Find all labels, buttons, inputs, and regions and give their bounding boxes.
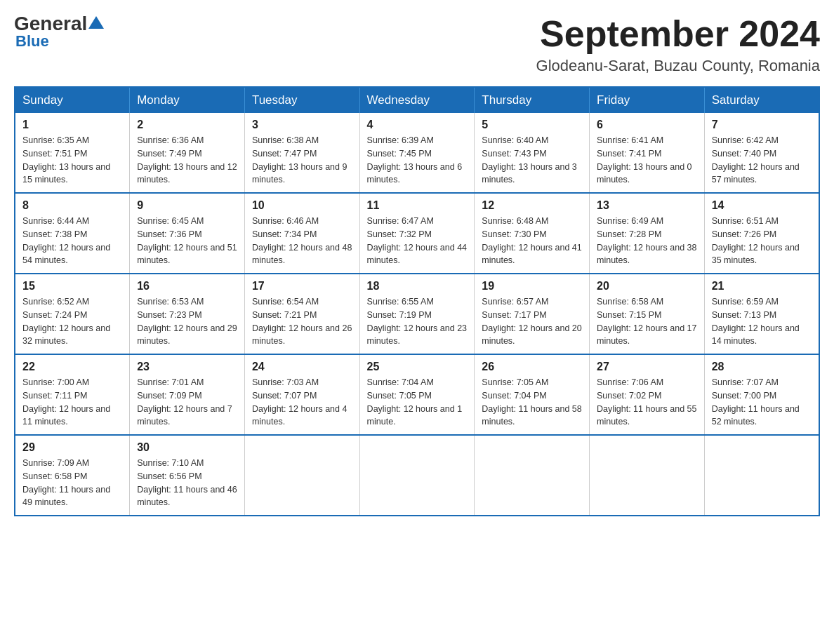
table-row: 29Sunrise: 7:09 AMSunset: 6:58 PMDayligh… bbox=[15, 435, 130, 516]
table-row: 22Sunrise: 7:00 AMSunset: 7:11 PMDayligh… bbox=[15, 354, 130, 435]
day-info: Sunrise: 6:38 AMSunset: 7:47 PMDaylight:… bbox=[252, 134, 352, 187]
day-number: 3 bbox=[252, 119, 352, 131]
col-monday: Monday bbox=[130, 87, 245, 113]
day-number: 27 bbox=[597, 361, 697, 373]
calendar-week-row: 8Sunrise: 6:44 AMSunset: 7:38 PMDaylight… bbox=[15, 193, 819, 274]
day-info: Sunrise: 6:39 AMSunset: 7:45 PMDaylight:… bbox=[367, 134, 468, 187]
table-row: 27Sunrise: 7:06 AMSunset: 7:02 PMDayligh… bbox=[590, 354, 705, 435]
day-number: 17 bbox=[252, 280, 352, 293]
day-info: Sunrise: 7:06 AMSunset: 7:02 PMDaylight:… bbox=[597, 376, 697, 429]
day-info: Sunrise: 6:44 AMSunset: 7:38 PMDaylight:… bbox=[22, 215, 122, 267]
day-info: Sunrise: 7:00 AMSunset: 7:11 PMDaylight:… bbox=[22, 376, 122, 429]
table-row: 16Sunrise: 6:53 AMSunset: 7:23 PMDayligh… bbox=[130, 274, 245, 354]
col-tuesday: Tuesday bbox=[244, 87, 359, 113]
day-info: Sunrise: 6:49 AMSunset: 7:28 PMDaylight:… bbox=[597, 215, 697, 267]
table-row bbox=[704, 435, 819, 516]
logo-blue-text: Blue bbox=[14, 32, 49, 51]
day-info: Sunrise: 6:57 AMSunset: 7:17 PMDaylight:… bbox=[482, 295, 582, 348]
day-info: Sunrise: 6:45 AMSunset: 7:36 PMDaylight:… bbox=[137, 215, 237, 267]
table-row: 9Sunrise: 6:45 AMSunset: 7:36 PMDaylight… bbox=[130, 193, 245, 274]
day-info: Sunrise: 6:55 AMSunset: 7:19 PMDaylight:… bbox=[367, 295, 468, 348]
col-sunday: Sunday bbox=[15, 87, 130, 113]
day-number: 24 bbox=[252, 361, 352, 373]
table-row: 14Sunrise: 6:51 AMSunset: 7:26 PMDayligh… bbox=[704, 193, 819, 274]
day-info: Sunrise: 6:36 AMSunset: 7:49 PMDaylight:… bbox=[137, 134, 237, 187]
day-number: 23 bbox=[137, 361, 237, 373]
table-row: 17Sunrise: 6:54 AMSunset: 7:21 PMDayligh… bbox=[244, 274, 359, 354]
day-info: Sunrise: 6:42 AMSunset: 7:40 PMDaylight:… bbox=[712, 134, 812, 187]
day-number: 16 bbox=[137, 280, 237, 293]
day-info: Sunrise: 7:05 AMSunset: 7:04 PMDaylight:… bbox=[482, 376, 582, 429]
table-row: 1Sunrise: 6:35 AMSunset: 7:51 PMDaylight… bbox=[15, 113, 130, 193]
page-header: General Blue September 2024 Glodeanu-Sar… bbox=[14, 14, 820, 75]
day-info: Sunrise: 7:04 AMSunset: 7:05 PMDaylight:… bbox=[367, 376, 468, 429]
day-number: 7 bbox=[712, 119, 812, 131]
day-number: 6 bbox=[597, 119, 697, 131]
calendar-table: Sunday Monday Tuesday Wednesday Thursday… bbox=[14, 86, 820, 516]
day-info: Sunrise: 6:52 AMSunset: 7:24 PMDaylight:… bbox=[22, 295, 122, 348]
day-number: 9 bbox=[137, 199, 237, 212]
day-number: 25 bbox=[367, 361, 468, 373]
day-number: 18 bbox=[367, 280, 468, 293]
table-row: 2Sunrise: 6:36 AMSunset: 7:49 PMDaylight… bbox=[130, 113, 245, 193]
table-row: 15Sunrise: 6:52 AMSunset: 7:24 PMDayligh… bbox=[15, 274, 130, 354]
location-title: Glodeanu-Sarat, Buzau County, Romania bbox=[536, 57, 820, 75]
table-row: 3Sunrise: 6:38 AMSunset: 7:47 PMDaylight… bbox=[244, 113, 359, 193]
table-row: 26Sunrise: 7:05 AMSunset: 7:04 PMDayligh… bbox=[475, 354, 590, 435]
day-number: 5 bbox=[482, 119, 582, 131]
table-row bbox=[590, 435, 705, 516]
title-area: September 2024 Glodeanu-Sarat, Buzau Cou… bbox=[536, 14, 820, 75]
day-info: Sunrise: 7:01 AMSunset: 7:09 PMDaylight:… bbox=[137, 376, 237, 429]
month-title: September 2024 bbox=[536, 14, 820, 54]
table-row: 13Sunrise: 6:49 AMSunset: 7:28 PMDayligh… bbox=[590, 193, 705, 274]
table-row: 10Sunrise: 6:46 AMSunset: 7:34 PMDayligh… bbox=[244, 193, 359, 274]
table-row: 19Sunrise: 6:57 AMSunset: 7:17 PMDayligh… bbox=[475, 274, 590, 354]
logo: General Blue bbox=[14, 14, 104, 51]
calendar-week-row: 29Sunrise: 7:09 AMSunset: 6:58 PMDayligh… bbox=[15, 435, 819, 516]
day-info: Sunrise: 6:40 AMSunset: 7:43 PMDaylight:… bbox=[482, 134, 582, 187]
day-number: 13 bbox=[597, 199, 697, 212]
table-row: 21Sunrise: 6:59 AMSunset: 7:13 PMDayligh… bbox=[704, 274, 819, 354]
day-number: 11 bbox=[367, 199, 468, 212]
table-row: 28Sunrise: 7:07 AMSunset: 7:00 PMDayligh… bbox=[704, 354, 819, 435]
table-row: 20Sunrise: 6:58 AMSunset: 7:15 PMDayligh… bbox=[590, 274, 705, 354]
table-row: 8Sunrise: 6:44 AMSunset: 7:38 PMDaylight… bbox=[15, 193, 130, 274]
day-info: Sunrise: 7:03 AMSunset: 7:07 PMDaylight:… bbox=[252, 376, 352, 429]
day-info: Sunrise: 6:53 AMSunset: 7:23 PMDaylight:… bbox=[137, 295, 237, 348]
col-thursday: Thursday bbox=[475, 87, 590, 113]
day-number: 4 bbox=[367, 119, 468, 131]
table-row: 30Sunrise: 7:10 AMSunset: 6:56 PMDayligh… bbox=[130, 435, 245, 516]
col-wednesday: Wednesday bbox=[359, 87, 475, 113]
day-number: 12 bbox=[482, 199, 582, 212]
logo-icon bbox=[88, 15, 104, 30]
day-info: Sunrise: 6:58 AMSunset: 7:15 PMDaylight:… bbox=[597, 295, 697, 348]
day-number: 2 bbox=[137, 119, 237, 131]
table-row: 12Sunrise: 6:48 AMSunset: 7:30 PMDayligh… bbox=[475, 193, 590, 274]
day-info: Sunrise: 6:48 AMSunset: 7:30 PMDaylight:… bbox=[482, 215, 582, 267]
day-number: 22 bbox=[22, 361, 122, 373]
table-row: 24Sunrise: 7:03 AMSunset: 7:07 PMDayligh… bbox=[244, 354, 359, 435]
table-row: 5Sunrise: 6:40 AMSunset: 7:43 PMDaylight… bbox=[475, 113, 590, 193]
day-info: Sunrise: 6:41 AMSunset: 7:41 PMDaylight:… bbox=[597, 134, 697, 187]
table-row: 25Sunrise: 7:04 AMSunset: 7:05 PMDayligh… bbox=[359, 354, 475, 435]
day-number: 26 bbox=[482, 361, 582, 373]
day-number: 1 bbox=[22, 119, 122, 131]
day-number: 14 bbox=[712, 199, 812, 212]
table-row: 23Sunrise: 7:01 AMSunset: 7:09 PMDayligh… bbox=[130, 354, 245, 435]
col-friday: Friday bbox=[590, 87, 705, 113]
day-info: Sunrise: 6:46 AMSunset: 7:34 PMDaylight:… bbox=[252, 215, 352, 267]
day-info: Sunrise: 7:09 AMSunset: 6:58 PMDaylight:… bbox=[22, 457, 122, 509]
day-number: 28 bbox=[712, 361, 812, 373]
day-info: Sunrise: 7:10 AMSunset: 6:56 PMDaylight:… bbox=[137, 457, 237, 509]
table-row: 7Sunrise: 6:42 AMSunset: 7:40 PMDaylight… bbox=[704, 113, 819, 193]
day-number: 20 bbox=[597, 280, 697, 293]
day-number: 21 bbox=[712, 280, 812, 293]
day-info: Sunrise: 6:51 AMSunset: 7:26 PMDaylight:… bbox=[712, 215, 812, 267]
table-row bbox=[475, 435, 590, 516]
day-number: 15 bbox=[22, 280, 122, 293]
calendar-header-row: Sunday Monday Tuesday Wednesday Thursday… bbox=[15, 87, 819, 113]
table-row: 4Sunrise: 6:39 AMSunset: 7:45 PMDaylight… bbox=[359, 113, 475, 193]
table-row bbox=[244, 435, 359, 516]
svg-marker-0 bbox=[88, 16, 104, 29]
day-number: 8 bbox=[22, 199, 122, 212]
